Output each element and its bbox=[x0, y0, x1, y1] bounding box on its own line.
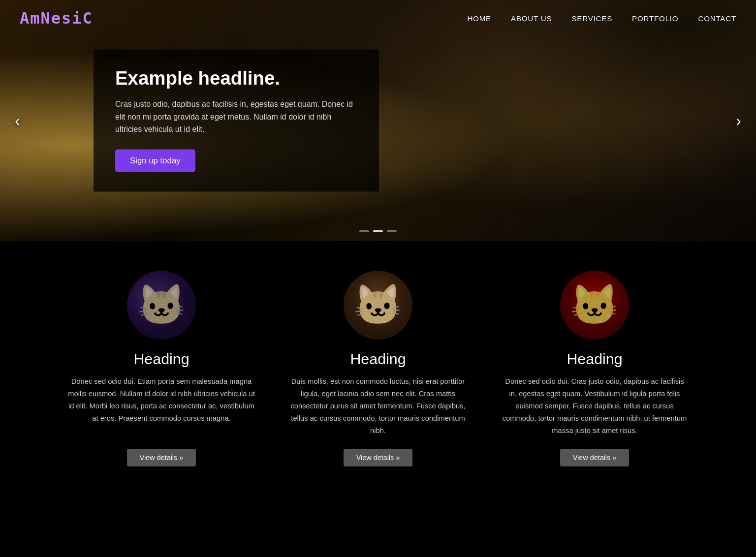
carousel-indicator-2[interactable] bbox=[387, 230, 397, 232]
carousel-indicator-0[interactable] bbox=[359, 230, 369, 232]
card-heading-0: Heading bbox=[133, 350, 189, 368]
view-details-button-0[interactable]: View details » bbox=[127, 449, 196, 466]
card-heading-1: Heading bbox=[350, 350, 406, 368]
nav-item-services[interactable]: SERVICES bbox=[571, 14, 612, 23]
nav-item-contact[interactable]: CONTACT bbox=[698, 14, 736, 23]
card-1: Heading Duis mollis, est non commodo luc… bbox=[284, 271, 472, 466]
card-text-1: Duis mollis, est non commodo luctus, nis… bbox=[284, 375, 472, 437]
carousel-prev-button[interactable]: ‹ bbox=[5, 107, 30, 135]
nav-item-home[interactable]: HOME bbox=[467, 14, 491, 23]
view-details-button-2[interactable]: View details » bbox=[560, 449, 630, 466]
site-header: AmNesiC HOMEABOUT USSERVICESPORTFOLIOCON… bbox=[0, 0, 756, 36]
main-nav: HOMEABOUT USSERVICESPORTFOLIOCONTACT bbox=[467, 14, 736, 23]
card-2: Heading Donec sed odio dui. Cras justo o… bbox=[501, 271, 688, 466]
card-text-2: Donec sed odio dui. Cras justo odio, dap… bbox=[501, 375, 688, 437]
hero-body-text: Cras justo odio, dapibus ac facilisis in… bbox=[115, 98, 357, 136]
hero-headline: Example headline. bbox=[115, 67, 357, 89]
carousel-indicators bbox=[359, 230, 397, 232]
cards-section: Heading Donec sed odio dui. Etiam porta … bbox=[0, 241, 756, 501]
hero-content-box: Example headline. Cras justo odio, dapib… bbox=[94, 50, 379, 192]
carousel-indicator-1[interactable] bbox=[373, 230, 383, 232]
card-avatar-2 bbox=[560, 271, 629, 340]
site-logo: AmNesiC bbox=[20, 9, 93, 28]
card-heading-2: Heading bbox=[567, 350, 622, 368]
carousel-next-button[interactable]: › bbox=[726, 107, 751, 135]
signup-button[interactable]: Sign up today bbox=[115, 149, 195, 172]
card-avatar-0 bbox=[127, 271, 196, 340]
view-details-button-1[interactable]: View details » bbox=[344, 449, 413, 466]
card-0: Heading Donec sed odio dui. Etiam porta … bbox=[68, 271, 255, 466]
card-avatar-1 bbox=[344, 271, 412, 340]
card-text-0: Donec sed odio dui. Etiam porta sem male… bbox=[68, 375, 255, 437]
nav-item-about[interactable]: ABOUT US bbox=[511, 14, 552, 23]
nav-item-portfolio[interactable]: PORTFOLIO bbox=[632, 14, 678, 23]
